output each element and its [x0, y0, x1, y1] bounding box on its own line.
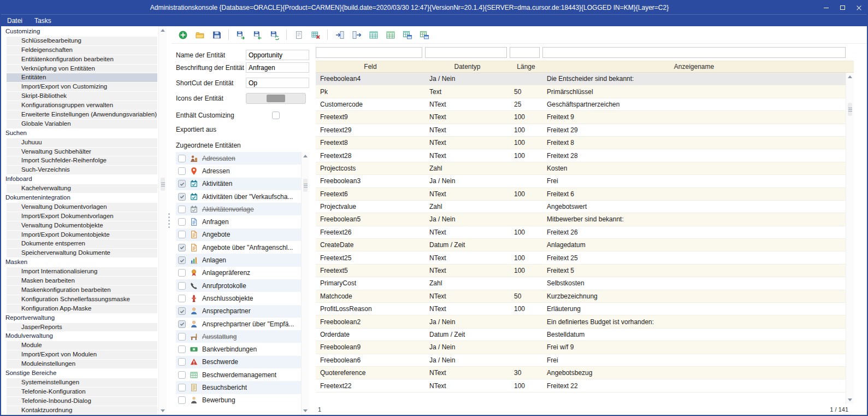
sidebar-section-infoboard[interactable]: Infoboard: [1, 175, 158, 184]
table-row[interactable]: QuotereferenceNText30Angebotsbezug: [316, 367, 846, 379]
entity-checkbox[interactable]: [178, 269, 186, 277]
table-row[interactable]: CustomercodeNText25Geschäftspartnerzeich…: [316, 98, 846, 111]
filter-input-feld[interactable]: [316, 47, 422, 58]
sidebar-item-import-export-dokumentvorlagen[interactable]: Import/Export Dokumentvorlagen: [7, 212, 157, 221]
sidebar-item-kontaktzuordnung[interactable]: Kontaktzuordnung: [7, 406, 157, 415]
sidebar-item-juhuuu[interactable]: Juhuuu: [7, 138, 157, 147]
column-header-datentyp[interactable]: Datentyp: [425, 63, 510, 71]
sidebar-item-moduleinstellungen[interactable]: Moduleinstellungen: [7, 360, 157, 368]
entity-row-bewerbung[interactable]: Bewerbung: [176, 394, 301, 407]
sidebar-section-sonstige-bereiche[interactable]: Sonstige Bereiche: [1, 369, 158, 378]
entity-checkbox[interactable]: [178, 295, 186, 302]
table-row[interactable]: ProjectvalueZahlAngebotswert: [316, 201, 846, 213]
sidebar-item-entitäten[interactable]: Entitäten: [7, 73, 157, 82]
sidebar-item-systemeinstellungen[interactable]: Systemeinstellungen: [7, 378, 157, 387]
sidebar-item-import-suchfelder-reihenfolge[interactable]: Import Suchfelder-Reihenfolge: [7, 156, 157, 165]
entity-checkbox[interactable]: [178, 244, 186, 251]
table-row[interactable]: Freeboolean6Ja / NeinFrei: [316, 354, 846, 367]
sidebar-scroll-track[interactable]: [159, 34, 167, 407]
sidebar-scrollbar[interactable]: [158, 26, 167, 415]
sidebar-item-kachelverwaltung[interactable]: Kachelverwaltung: [7, 184, 157, 193]
sidebar-section-modulverwaltung[interactable]: Modulverwaltung: [1, 332, 158, 341]
sidebar-item-telefonie-inbound-dialog[interactable]: Telefonie-Inbound-Dialog: [7, 397, 157, 406]
table-row[interactable]: PrimaryCostZahlSelbstkosten: [316, 277, 846, 290]
entity-row-ausstattung[interactable]: Ausstattung: [176, 330, 301, 343]
entity-row-anschlussobjekte[interactable]: Anschlussobjekte: [176, 292, 301, 304]
menu-tasks[interactable]: Tasks: [28, 15, 57, 26]
entity-row-aktivitätenvorlage[interactable]: Aktivitätenvorlage: [176, 203, 301, 215]
table-row[interactable]: ProfitLossReasonNText100Erläuterung: [316, 303, 846, 315]
entity-checkbox[interactable]: [178, 218, 186, 226]
entity-icons-picker[interactable]: [246, 93, 306, 104]
table-row[interactable]: Freetext9NText100Freitext 9: [316, 111, 846, 124]
table-scroll-track[interactable]: [846, 81, 854, 396]
entity-checkbox[interactable]: [178, 167, 186, 175]
sidebar-item-konfiguration-schnellerfassungsmaske[interactable]: Konfiguration Schnellerfassungsmaske: [7, 295, 157, 304]
entity-row-angebote-über-anfragenschl[interactable]: Angebote über "Anfragenschl...: [176, 241, 301, 254]
table-config-button[interactable]: [416, 27, 432, 42]
filter-input-länge[interactable]: [510, 47, 540, 58]
table-add-filter-button[interactable]: [399, 27, 415, 42]
sidebar-item-import-export-dokumentobjekte[interactable]: Import/Export Dokumentobjekte: [7, 231, 157, 239]
sidebar-item-konfiguration-app-maske[interactable]: Konfiguration App-Maske: [7, 304, 157, 313]
table-row[interactable]: Freetext5NText100Freitext 5: [316, 265, 846, 277]
table-row[interactable]: Freeboolean2Ja / NeinEin definiertes Bud…: [316, 315, 846, 328]
entity-checkbox[interactable]: [178, 282, 186, 290]
entity-checkbox[interactable]: [178, 320, 186, 328]
entity-checkbox[interactable]: [178, 256, 186, 264]
entity-checkbox[interactable]: [178, 206, 186, 213]
sidebar-item-module[interactable]: Module: [7, 341, 157, 350]
sidebar-item-telefonie-konfiguration[interactable]: Telefonie-Konfiguration: [7, 388, 157, 396]
entity-row-aktivitäten[interactable]: Aktivitäten: [176, 178, 301, 190]
add-button[interactable]: [175, 27, 191, 42]
sidebar-item-schlüsselbearbeitung[interactable]: Schlüsselbearbeitung: [7, 37, 157, 45]
table-row[interactable]: Freetext28NText100Freitext 28: [316, 149, 846, 162]
entity-row-anlagepräferenz[interactable]: Anlagepräferenz: [176, 267, 301, 279]
entity-checkbox[interactable]: [178, 371, 186, 379]
entity-checkbox[interactable]: [178, 180, 186, 188]
entity-row-angebote[interactable]: Angebote: [176, 228, 301, 241]
entity-checkbox[interactable]: [178, 307, 186, 315]
sidebar-section-suchen[interactable]: Suchen: [1, 129, 158, 138]
table-row[interactable]: CreateDateDatum / ZeitAnlagedatum: [316, 239, 846, 251]
sidebar-item-erweiterte-einstellungen-anwendungsvariablen[interactable]: Erweiterte Einstellungen (Anwendungsvari…: [7, 110, 157, 119]
sidebar-item-verwaltung-suchbehälter[interactable]: Verwaltung Suchbehälter: [7, 148, 157, 156]
table-row[interactable]: Freetext25NText100Freitext 25: [316, 251, 846, 264]
table-row[interactable]: Freetext22NText100Freitext 22: [316, 379, 846, 392]
table-row[interactable]: PkText50Primärschlüssel: [316, 85, 846, 98]
table-scroll-thumb[interactable]: [848, 103, 852, 116]
save-export-button[interactable]: [233, 27, 249, 42]
sidebar-item-jasperreports[interactable]: JasperReports: [7, 323, 157, 332]
entity-row-anfragen[interactable]: Anfragen: [176, 215, 301, 228]
entity-row-bankverbindungen[interactable]: Bankverbindungen: [176, 343, 301, 355]
filter-input-anzeigename[interactable]: [542, 47, 846, 58]
sidebar-item-import-export-von-customizing[interactable]: Import/Export von Customizing: [7, 83, 157, 91]
table-scroll-down-button[interactable]: [846, 396, 854, 404]
column-header-feld[interactable]: Feld: [316, 63, 425, 71]
contains-customizing-checkbox[interactable]: [272, 112, 280, 119]
close-button[interactable]: [851, 1, 867, 14]
entity-row-ansprechpartner-über-empfä[interactable]: Ansprechpartner über "Empfä...: [176, 318, 301, 330]
save-button[interactable]: [209, 27, 225, 42]
sidebar-item-verknüpfung-von-entitäten[interactable]: Verknüpfung von Entitäten: [7, 65, 157, 73]
sidebar-scroll-up-button[interactable]: [159, 26, 167, 34]
entity-checkbox[interactable]: [178, 333, 186, 341]
table-row[interactable]: ProjectcostsZahlKosten: [316, 162, 846, 175]
table-scroll-up-button[interactable]: [846, 73, 854, 81]
field-input-shortcut-der-entität[interactable]: [246, 78, 309, 88]
column-header-länge[interactable]: Länge: [510, 63, 542, 71]
entity-row-beschwerde[interactable]: Beschwerde: [176, 356, 301, 368]
table-row[interactable]: Freeboolean9Ja / NeinFrei w/f 9: [316, 341, 846, 354]
sidebar-item-verwaltung-dokumentvorlagen[interactable]: Verwaltung Dokumentvorlagen: [7, 203, 157, 212]
sidebar-item-import-internationalisierung[interactable]: Import Internationalisierung: [7, 267, 157, 276]
copy-structure-button[interactable]: [291, 27, 306, 42]
entity-scroll-track[interactable]: [302, 160, 309, 407]
entity-checkbox[interactable]: [178, 345, 186, 353]
sidebar-scroll-thumb[interactable]: [161, 178, 165, 191]
table-scrollbar[interactable]: [846, 73, 854, 404]
sidebar-scroll-down-button[interactable]: [159, 407, 167, 415]
minimize-button[interactable]: [818, 1, 834, 14]
table-view-button[interactable]: [365, 27, 381, 42]
panel-splitter[interactable]: [167, 26, 172, 415]
sidebar-item-skript-bibliothek[interactable]: Skript-Bibliothek: [7, 92, 157, 101]
